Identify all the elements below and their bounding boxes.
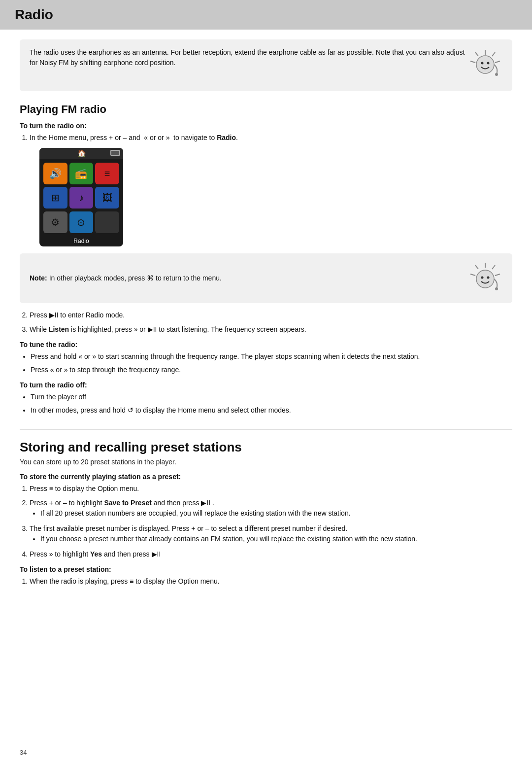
- step-3: While Listen is highlighted, press » or …: [30, 324, 512, 335]
- tune-bullets: Press and hold « or » to start scanning …: [31, 351, 512, 375]
- grid-icon-3: ≡: [95, 163, 119, 184]
- device-screenshot: 🏠 🔊 📻 ≡ ⊞ ♪ 🖼 ⚙ ⊙ Radio: [39, 148, 123, 246]
- grid-icon-1: 🔊: [43, 163, 67, 184]
- grid-icon-4: ⊞: [43, 187, 67, 209]
- store-step-3: The first available preset number is dis…: [30, 523, 512, 544]
- turn-on-heading: To turn the radio on:: [20, 122, 512, 130]
- step-2: Press ▶II to enter Radio mode.: [30, 310, 512, 320]
- svg-line-12: [475, 265, 478, 269]
- store-preset-heading: To store the currently playing station a…: [20, 473, 512, 481]
- svg-point-7: [487, 62, 490, 65]
- grid-icon-9: [95, 211, 119, 233]
- step-1: In the Home menu, press + or – and « or …: [30, 133, 512, 143]
- store-preset-steps: Press ≡ to display the Option menu. Pres…: [30, 484, 512, 559]
- device-grid: 🔊 📻 ≡ ⊞ ♪ 🖼 ⚙ ⊙: [39, 159, 123, 238]
- turn-off-bullet-2: In other modes, press and hold ↺ to disp…: [31, 405, 512, 416]
- turn-off-heading: To turn the radio off:: [20, 381, 512, 389]
- svg-line-10: [492, 265, 495, 269]
- content-area: The radio uses the earphones as an anten…: [0, 39, 532, 587]
- note-box-2-text: Note: In other playback modes, press ⌘ t…: [30, 273, 468, 283]
- turn-off-bullets: Turn the player off In other modes, pres…: [31, 392, 512, 416]
- page-number: 34: [20, 749, 27, 756]
- home-icon: 🏠: [77, 149, 86, 157]
- svg-point-8: [495, 73, 498, 76]
- playing-fm-title: Playing FM radio: [20, 103, 512, 116]
- store-step-2-bullets: If all 20 preset station numbers are occ…: [40, 508, 512, 519]
- turn-on-steps: In the Home menu, press + or – and « or …: [30, 133, 512, 143]
- grid-icon-6: 🖼: [95, 187, 119, 209]
- svg-point-14: [476, 270, 494, 288]
- device-label: Radio: [39, 238, 123, 246]
- store-step-4: Press » to highlight Yes and then press …: [30, 549, 512, 559]
- earphone-icon: [468, 47, 502, 83]
- page-header: Radio: [0, 0, 532, 30]
- note-bold: Note:: [30, 274, 47, 282]
- svg-line-3: [475, 52, 478, 56]
- store-step-3-bullets: If you choose a preset number that alrea…: [40, 534, 512, 544]
- tune-bullet-2: Press « or » to step through the frequen…: [31, 365, 512, 375]
- note-text: In other playback modes, press ⌘ to retu…: [49, 274, 222, 282]
- grid-icon-5: ♪: [69, 187, 94, 209]
- listen-preset-steps: When the radio is playing, press ≡ to di…: [30, 576, 512, 587]
- svg-point-5: [476, 56, 494, 73]
- svg-line-1: [492, 52, 495, 56]
- svg-line-4: [470, 61, 475, 63]
- store-step-3-bullet: If you choose a preset number that alrea…: [40, 534, 512, 544]
- svg-point-17: [495, 287, 498, 290]
- svg-point-16: [487, 277, 490, 279]
- playing-fm-section: Playing FM radio To turn the radio on: I…: [20, 103, 512, 416]
- listen-preset-heading: To listen to a preset station:: [20, 565, 512, 573]
- top-note-box: The radio uses the earphones as an anten…: [20, 39, 512, 91]
- svg-line-2: [495, 61, 500, 63]
- store-step-2-bullet: If all 20 preset station numbers are occ…: [40, 508, 512, 519]
- storing-title: Storing and recalling preset stations: [20, 429, 512, 455]
- note-box-2: Note: In other playback modes, press ⌘ t…: [20, 253, 512, 303]
- store-step-2: Press + or – to highlight Save to Preset…: [30, 498, 512, 519]
- device-screen: 🏠 🔊 📻 ≡ ⊞ ♪ 🖼 ⚙ ⊙ Radio: [39, 148, 123, 246]
- turn-off-bullet-1: Turn the player off: [31, 392, 512, 402]
- grid-icon-7: ⚙: [43, 211, 67, 233]
- grid-icon-8: ⊙: [69, 211, 94, 233]
- steps-2-3: Press ▶II to enter Radio mode. While Lis…: [30, 310, 512, 335]
- svg-line-11: [495, 274, 500, 276]
- tune-bullet-1: Press and hold « or » to start scanning …: [31, 351, 512, 362]
- top-note-text: The radio uses the earphones as an anten…: [30, 47, 468, 68]
- grid-icon-2: 📻: [69, 163, 94, 184]
- page-title: Radio: [15, 7, 517, 23]
- battery-indicator: [110, 150, 120, 156]
- tune-heading: To tune the radio:: [20, 341, 512, 348]
- svg-line-13: [470, 274, 475, 276]
- listen-step-1: When the radio is playing, press ≡ to di…: [30, 576, 512, 587]
- storing-section: Storing and recalling preset stations Yo…: [20, 429, 512, 587]
- store-step-1: Press ≡ to display the Option menu.: [30, 484, 512, 494]
- svg-point-15: [481, 277, 484, 279]
- storing-subtitle: You can store up to 20 preset stations i…: [20, 458, 512, 466]
- earphone-icon-2: [468, 260, 502, 296]
- device-top-bar: 🏠: [39, 148, 123, 159]
- svg-point-6: [481, 62, 484, 65]
